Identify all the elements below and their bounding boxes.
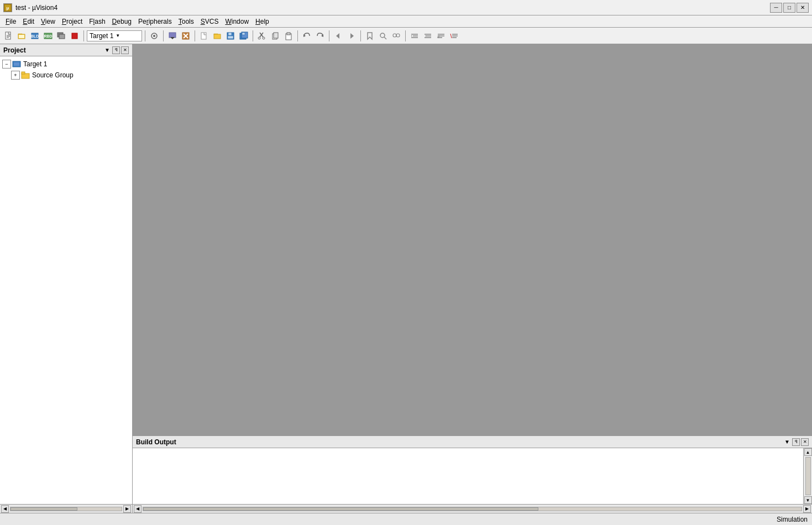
build-hscroll-track[interactable] xyxy=(143,507,802,511)
panel-close-button[interactable]: ✕ xyxy=(121,46,129,54)
menu-window[interactable]: Window xyxy=(222,17,252,27)
svg-rect-37 xyxy=(274,33,278,38)
save-all-icon xyxy=(239,32,248,40)
status-bar: Simulation xyxy=(0,513,812,525)
replace-button[interactable] xyxy=(390,30,402,42)
new-file-button[interactable] xyxy=(2,30,14,42)
svg-marker-43 xyxy=(350,33,354,39)
stop-build-button[interactable] xyxy=(69,30,81,42)
svg-rect-15 xyxy=(72,33,77,39)
options-button[interactable] xyxy=(148,30,160,42)
tree-expander-target1[interactable]: − xyxy=(2,60,11,69)
unindent-icon xyxy=(423,32,432,40)
toolbar-sep-5 xyxy=(253,30,253,41)
panel-float-button[interactable]: ꟼ xyxy=(112,46,120,54)
save-button[interactable] xyxy=(224,30,237,42)
uncomment-icon xyxy=(450,32,459,40)
menu-file[interactable]: File xyxy=(2,17,19,27)
new-doc-icon xyxy=(200,32,208,40)
paste-icon xyxy=(284,32,293,40)
comment-button[interactable]: // xyxy=(435,30,447,42)
menu-view[interactable]: View xyxy=(38,17,59,27)
indent-button[interactable] xyxy=(408,30,421,42)
build-hscroll-left[interactable]: ◀ xyxy=(134,505,142,513)
build-hscroll-right[interactable]: ▶ xyxy=(803,505,811,513)
target-dropdown-value: Target 1 xyxy=(90,32,113,40)
build-panel-controls: ▼ ꟼ ✕ xyxy=(784,438,809,446)
undo-button[interactable] xyxy=(301,30,313,42)
erase-icon xyxy=(181,32,190,40)
find-icon xyxy=(379,32,387,40)
find-button[interactable] xyxy=(377,30,389,42)
toolbar-sep-4 xyxy=(195,30,195,41)
project-panel-header: Project ▼ ꟼ ✕ xyxy=(0,44,132,56)
nav-back-button[interactable] xyxy=(332,30,344,42)
build-panel-content: ▲ ▼ xyxy=(133,448,812,504)
menu-tools[interactable]: Tools xyxy=(175,17,197,27)
tree-expander-source-group[interactable]: + xyxy=(11,71,20,80)
tree-item-source-group[interactable]: + Source Group xyxy=(0,70,132,81)
panel-hscroll: ◀ ▶ xyxy=(0,504,132,513)
open-doc-button[interactable] xyxy=(211,30,223,42)
svg-rect-8 xyxy=(19,35,24,38)
build-panel-close-button[interactable]: ✕ xyxy=(801,438,809,446)
close-button[interactable]: ✕ xyxy=(797,3,809,13)
cut-button[interactable] xyxy=(256,30,268,42)
svg-point-35 xyxy=(263,37,265,39)
build-vscroll-down[interactable]: ▼ xyxy=(804,496,812,504)
svg-marker-57 xyxy=(425,35,426,36)
build-panel-pin-icon: ▼ xyxy=(784,439,790,445)
paste-button[interactable] xyxy=(282,30,295,42)
erase-button[interactable] xyxy=(180,30,192,42)
window-title: test - µVision4 xyxy=(15,4,57,12)
tree-item-target1[interactable]: − Target 1 xyxy=(0,59,132,70)
menu-project[interactable]: Project xyxy=(59,17,86,27)
svg-marker-19 xyxy=(170,37,175,39)
indent-icon xyxy=(410,32,419,40)
build-panel-float-button[interactable]: ꟼ xyxy=(792,438,800,446)
project-panel: Project ▼ ꟼ ✕ − Target 1 + xyxy=(0,44,133,513)
target-icon xyxy=(12,60,21,68)
copy-button[interactable] xyxy=(269,30,281,42)
toolbar-sep-9 xyxy=(405,30,406,41)
hscroll-track[interactable] xyxy=(10,507,122,511)
menu-peripherals[interactable]: Peripherals xyxy=(135,17,175,27)
bookmark-button[interactable] xyxy=(364,30,376,42)
menu-debug[interactable]: Debug xyxy=(109,17,135,27)
new-doc-button[interactable] xyxy=(198,30,210,42)
rebuild-button[interactable]: RBD xyxy=(42,30,54,42)
new-file-icon xyxy=(4,32,13,40)
nav-forward-button[interactable] xyxy=(345,30,358,42)
svg-rect-27 xyxy=(228,33,232,35)
svg-text:RBD: RBD xyxy=(44,34,52,38)
build-vscroll-up[interactable]: ▲ xyxy=(804,448,812,456)
save-all-button[interactable] xyxy=(238,30,250,42)
redo-button[interactable] xyxy=(314,30,326,42)
svg-rect-67 xyxy=(14,62,19,66)
options-icon xyxy=(150,32,159,40)
nav-back-icon xyxy=(334,32,343,40)
hscroll-left-button[interactable]: ◀ xyxy=(1,505,9,513)
minimize-button[interactable]: ─ xyxy=(770,3,782,13)
build-vscroll-track[interactable] xyxy=(805,457,811,495)
unindent-button[interactable] xyxy=(422,30,434,42)
toolbar-sep-1 xyxy=(83,30,84,41)
batch-build-button[interactable] xyxy=(55,30,67,42)
open-file-button[interactable] xyxy=(15,30,28,42)
panel-pin-icon: ▼ xyxy=(104,47,110,53)
target-dropdown[interactable]: Target 1 ▼ xyxy=(87,30,142,41)
menu-flash[interactable]: Flash xyxy=(86,17,108,27)
download-button[interactable] xyxy=(166,30,179,42)
uncomment-button[interactable] xyxy=(448,30,460,42)
svg-line-65 xyxy=(450,34,452,38)
menu-help[interactable]: Help xyxy=(252,17,273,27)
menu-svcs[interactable]: SVCS xyxy=(197,17,222,27)
build-target-button[interactable]: BLD xyxy=(29,30,41,42)
svg-point-17 xyxy=(153,35,155,37)
hscroll-right-button[interactable]: ▶ xyxy=(123,505,131,513)
menu-edit[interactable]: Edit xyxy=(19,17,38,27)
source-group-label: Source Group xyxy=(32,71,74,79)
maximize-button[interactable]: □ xyxy=(783,3,795,13)
svg-rect-28 xyxy=(228,36,233,39)
dropdown-arrow-icon: ▼ xyxy=(116,33,120,38)
